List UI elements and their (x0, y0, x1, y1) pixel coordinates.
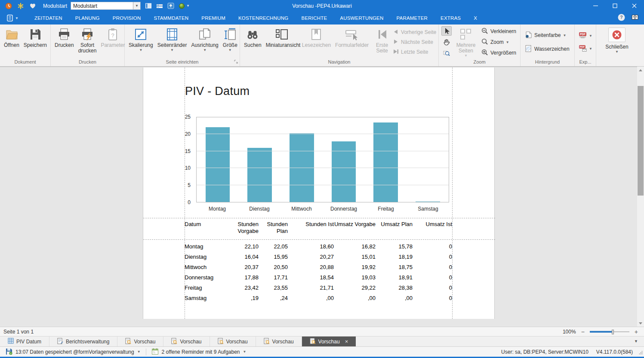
toolbar-rows-icon[interactable] (156, 3, 163, 9)
zoom-slider-plus-button[interactable]: + (635, 329, 638, 335)
maximize-button[interactable] (605, 0, 625, 12)
size-dropdown-icon[interactable]: ▼ (228, 49, 232, 52)
menu-item-planung[interactable]: PLANUNG (69, 15, 106, 21)
bar-freitag[interactable] (373, 122, 398, 202)
tab-vorschau[interactable]: Vorschau (163, 337, 210, 346)
pointer-tool-button[interactable] (441, 26, 452, 36)
minimize-button[interactable] (586, 0, 605, 12)
menu-item-provision[interactable]: PROVISION (106, 15, 148, 21)
zoom-in-button[interactable]: Vergrößern (480, 49, 518, 58)
tab-vorschau[interactable]: Vorschau (117, 337, 163, 346)
tab-vorschau[interactable]: Vorschau (210, 337, 256, 346)
document-preview-area[interactable]: PIV - Datum 0510152025 MontagDienstagMit… (0, 67, 637, 327)
send-pdf-dropdown-icon[interactable]: ▼ (589, 47, 592, 51)
dialog-launcher-icon[interactable] (234, 59, 238, 65)
tab-label: Vorschau (226, 339, 248, 345)
scaling-button[interactable]: Skalierung ▼ (126, 26, 155, 58)
scroll-down-icon[interactable] (637, 320, 644, 327)
bookmarks-button[interactable]: Lesezeichen (300, 26, 333, 58)
multiple-pages-button[interactable]: Mehrere Seiten ▼ (453, 26, 479, 58)
quick-print-button[interactable]: Sofort drucken (76, 26, 99, 58)
bar-samstag[interactable] (416, 202, 440, 202)
help-icon[interactable]: ? (618, 14, 625, 22)
first-page-button[interactable]: Erste Seite (373, 26, 391, 58)
print-button[interactable]: Drucken (52, 26, 76, 58)
menu-item-kostenrechnung[interactable]: KOSTENRECHNUNG (232, 15, 295, 21)
scroll-up-icon[interactable] (637, 67, 644, 73)
combobox-dropdown-icon[interactable]: ▼ (133, 2, 140, 9)
scrollbar-thumb[interactable] (638, 86, 644, 196)
open-button[interactable]: Öffnen (2, 26, 22, 58)
form-fields-button[interactable]: Formularfelder (333, 26, 369, 58)
vertical-scrollbar[interactable] (637, 67, 644, 327)
tab-overflow-dropdown-icon[interactable]: ▼ (634, 339, 638, 343)
preview-icon (264, 338, 270, 346)
menu-item-premium[interactable]: PREMIUM (195, 15, 232, 21)
tab-close-icon[interactable]: × (345, 338, 348, 345)
tab-piv-datum[interactable]: PIV Datum (0, 337, 49, 346)
menu-item-stammdaten[interactable]: STAMMDATEN (147, 15, 195, 21)
resize-grip[interactable] (639, 350, 643, 356)
zoom-out-button[interactable]: Verkleinern (480, 27, 518, 36)
heart-icon[interactable] (29, 3, 36, 9)
menu-item-zeitdaten[interactable]: ZEITDATEN (28, 15, 69, 21)
save-status-dropdown-icon[interactable]: ▼ (137, 350, 141, 354)
zoom-slider[interactable] (590, 329, 629, 334)
upload-icon[interactable] (167, 3, 174, 9)
next-page-button[interactable]: Nächste Seite (391, 38, 438, 46)
export-pdf-dropdown-icon[interactable]: ▼ (589, 34, 592, 38)
save-status-segment[interactable]: 13:07 Daten gespeichert @formVorlagenver… (0, 347, 146, 357)
zoom-dropdown-icon[interactable]: ▼ (506, 41, 509, 44)
thumbnails-button[interactable]: Miniaturansicht (264, 26, 300, 58)
tab-berichtsverwaltung[interactable]: Berichtsverwaltung (49, 337, 117, 346)
orientation-button[interactable]: Ausrichtung ▼ (189, 26, 220, 58)
app-menu-icon[interactable]: ▼ (7, 15, 18, 22)
multiple-pages-dropdown-icon[interactable]: ▼ (464, 54, 468, 58)
send-pdf-button[interactable]: PDF ▼ (577, 44, 594, 53)
zoom-slider-minus-button[interactable]: − (581, 329, 585, 335)
modulstart-label: Modulstart (43, 3, 67, 9)
last-page-button[interactable]: Letzte Seite (391, 48, 438, 56)
page-color-dropdown-icon[interactable]: ▼ (563, 34, 566, 37)
tab-vorschau[interactable]: Vorschau× (302, 337, 356, 346)
scaling-dropdown-icon[interactable]: ▼ (139, 49, 142, 52)
menu-item-berichte[interactable]: BERICHTE (295, 15, 334, 21)
menu-item-auswertungen[interactable]: AUSWERTUNGEN (333, 15, 390, 21)
page-color-button[interactable]: Seitenfarbe ▼ (523, 31, 571, 40)
save-icon (28, 28, 42, 41)
orientation-dropdown-icon[interactable]: ▼ (203, 49, 206, 52)
zoom-area-tool-button[interactable] (441, 49, 452, 58)
bar-dienstag[interactable] (247, 148, 272, 202)
status-orb-icon[interactable]: ▼ (179, 3, 190, 9)
size-button[interactable]: Größe ▼ (221, 26, 240, 58)
zoom-in-icon (481, 49, 488, 57)
parameter-button[interactable]: ? Parameter (99, 26, 127, 58)
previous-page-button[interactable]: Vorherige Seite (391, 28, 438, 37)
close-button[interactable] (625, 0, 644, 12)
tab-vorschau[interactable]: Vorschau (256, 337, 302, 346)
search-button[interactable]: Suchen (242, 26, 264, 58)
modulstart-combobox[interactable]: Modulstart ▼ (71, 2, 141, 10)
watermark-button[interactable]: Wasserzeichen (523, 44, 571, 54)
close-preview-button[interactable]: Schließen ▼ (601, 26, 632, 66)
export-pdf-button[interactable]: PDF ▼ (577, 31, 594, 40)
menu-item-x[interactable]: X (467, 15, 484, 21)
book-icon[interactable] (631, 14, 639, 22)
reminder-segment[interactable]: 2 offene Reminder mit 9 Aufgaben ▼ (146, 347, 252, 357)
margins-dropdown-icon[interactable]: ▼ (170, 49, 174, 52)
bar-montag[interactable] (206, 127, 230, 202)
reminder-dropdown-icon[interactable]: ▼ (243, 350, 247, 354)
hand-tool-button[interactable] (441, 37, 452, 47)
menu-item-extras[interactable]: EXTRAS (434, 15, 467, 21)
menu-item-parameter[interactable]: PARAMETER (390, 15, 434, 21)
panel-layout-icon[interactable] (145, 3, 152, 9)
close-preview-dropdown-icon[interactable]: ▼ (615, 50, 619, 54)
margins-button[interactable]: Seitenränder ▼ (155, 26, 189, 58)
clock-icon[interactable] (5, 3, 12, 9)
app-menu-dropdown-icon[interactable]: ▼ (15, 16, 18, 20)
zoom-button[interactable]: Zoom ▼ (480, 38, 518, 47)
zoom-slider-thumb[interactable] (612, 330, 614, 334)
orb-dropdown-icon[interactable]: ▼ (186, 4, 190, 8)
asterisk-icon[interactable] (17, 3, 24, 9)
save-button[interactable]: Speichern (22, 26, 49, 58)
